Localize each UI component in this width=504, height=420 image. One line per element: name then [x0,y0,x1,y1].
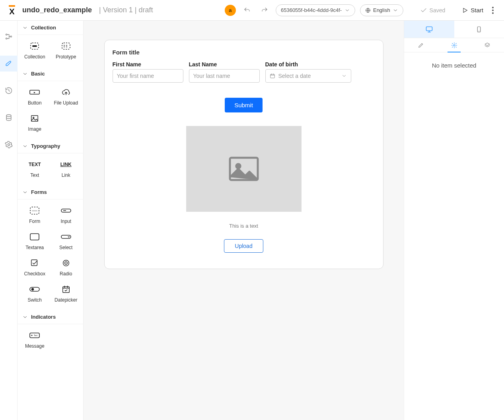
palette-item-input[interactable]: Input [51,203,82,226]
rail-settings[interactable] [0,137,18,153]
palette-item-switch[interactable]: Switch [19,282,51,304]
palette-item-form[interactable]: Form [19,203,51,226]
mode-tab-settings[interactable] [438,38,471,52]
form-card[interactable]: Form title First Name Last Name Date of … [104,40,383,269]
prototype-icon [60,42,72,50]
palette-item-image[interactable]: Image [19,111,51,134]
first-name-input[interactable] [113,69,183,83]
svg-point-15 [33,117,34,118]
palette-item-prototype[interactable]: Prototype [51,39,82,61]
rail-data[interactable] [0,110,18,126]
palette-item-message[interactable]: Text Message [19,328,51,350]
chevron-down-icon [22,25,28,31]
svg-point-6 [8,144,10,146]
device-tab-desktop[interactable] [404,21,454,38]
canvas[interactable]: Form title First Name Last Name Date of … [84,21,404,420]
chevron-down-icon [22,314,28,320]
image-icon [227,155,261,183]
mode-tab-layers[interactable] [471,38,504,52]
start-button[interactable]: Start [462,7,483,14]
file-subtitle: | Version 1 | draft [99,6,153,14]
image-placeholder[interactable] [186,126,302,212]
palette-group-forms-header[interactable]: Forms [18,185,83,199]
palette-item-link[interactable]: LINK Link [51,157,82,180]
sample-text: This is a text [113,223,375,229]
submit-button[interactable]: Submit [225,98,263,112]
main-layout: Collection Collection Prototype Basic Bu… [0,21,504,420]
input-icon [60,207,72,214]
svg-rect-17 [32,210,37,211]
user-avatar[interactable]: a [225,5,236,16]
collection-icon [29,42,41,50]
palette-item-label: Input [60,219,71,224]
no-selection-message: No item selected [404,52,504,78]
svg-marker-13 [34,92,35,93]
palette-item-datepicker[interactable]: Datepicker [51,282,82,304]
more-menu[interactable] [488,6,498,15]
svg-point-26 [31,288,34,290]
file-title: undo_redo_example [22,6,92,14]
language-dropdown[interactable]: English [360,4,403,16]
message-icon: Text [29,332,40,339]
top-bar: X undo_redo_example | Version 1 | draft … [0,0,504,21]
last-name-label: Last Name [189,61,260,68]
svg-rect-20 [30,234,39,240]
start-label: Start [471,7,483,14]
structure-icon [5,33,13,41]
pencil-icon [418,42,424,48]
palette-item-label: Link [62,172,70,178]
check-icon [420,7,427,14]
palette-item-label: Checkbox [24,271,45,277]
rail-history[interactable] [0,83,18,99]
rail-design[interactable] [0,56,18,72]
palette-item-text[interactable]: TEXT Text [19,157,51,180]
radio-icon [62,259,70,267]
redo-button[interactable] [258,4,271,17]
palette-item-label: Select [59,245,72,250]
mode-tabs [404,38,504,52]
palette-group-label: Forms [31,189,47,195]
svg-rect-34 [426,27,432,31]
svg-point-37 [453,45,455,46]
svg-rect-25 [30,287,39,291]
image-icon [29,114,40,123]
palette-group-indicators-header[interactable]: Indicators [18,310,83,324]
svg-marker-1 [463,8,467,12]
palette-group-basic-header[interactable]: Basic [18,67,83,81]
palette-item-label: Form [29,219,40,224]
last-name-input[interactable] [189,69,260,83]
palette-item-label: Text [30,172,39,178]
form-icon [29,206,40,215]
palette-group-collection-header[interactable]: Collection [18,21,83,35]
palette-group-typography-header[interactable]: Typography [18,139,83,153]
svg-rect-9 [62,43,70,49]
palette-item-select[interactable]: Select [51,230,82,252]
palette-group-label: Basic [31,71,45,77]
palette-item-checkbox[interactable]: Checkbox [19,256,51,278]
field-dob: Date of birth Select a date [265,61,351,83]
undo-button[interactable] [241,4,253,17]
palette-item-textarea[interactable]: Textarea [19,230,51,252]
palette-item-file-upload[interactable]: File Upload [51,85,82,107]
field-last-name: Last Name [189,61,260,83]
play-icon [462,7,468,14]
palette-item-radio[interactable]: Radio [51,256,82,278]
id-dropdown[interactable]: 6536055f-b44c-4ddd-9c4f- [276,4,355,16]
device-tab-mobile[interactable] [454,21,504,38]
rail-structure[interactable] [0,29,18,45]
palette-item-label: File Upload [54,100,78,106]
upload-button[interactable]: Upload [224,239,263,253]
layers-icon [484,42,490,48]
select-icon [60,234,72,240]
desktop-icon [425,25,433,33]
svg-point-23 [63,260,69,266]
app-logo: X [6,5,18,16]
text-icon: TEXT [28,159,41,170]
checkbox-icon [30,259,39,267]
dob-input[interactable]: Select a date [265,69,351,83]
palette-item-collection[interactable]: Collection [19,39,51,61]
svg-point-24 [65,262,67,264]
mode-tab-edit[interactable] [404,38,438,52]
chevron-down-icon [393,8,398,13]
palette-item-button[interactable]: Button [19,85,51,107]
